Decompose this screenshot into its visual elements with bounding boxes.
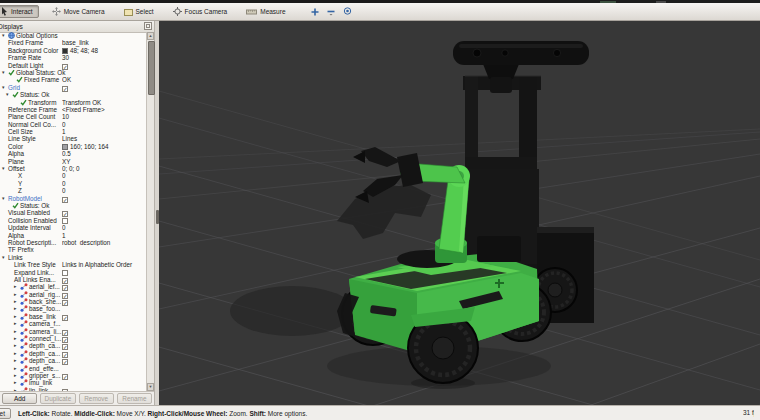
tool-measure[interactable]: Measure	[240, 5, 291, 18]
tree-value[interactable]: 0	[62, 172, 146, 180]
expand-arrow-icon[interactable]: ▾	[2, 69, 5, 77]
tree-row-imu-link[interactable]: ▸imu_link	[0, 379, 146, 386]
tree-row-update-interval[interactable]: Update Interval0	[0, 224, 146, 231]
tree-value[interactable]: 0.5	[62, 150, 146, 158]
tree-value[interactable]: 0	[62, 187, 146, 195]
panel-dock-icon[interactable]	[144, 22, 152, 30]
collapse-arrow-icon[interactable]: ▸	[14, 342, 17, 350]
tool-select[interactable]: Select	[118, 5, 160, 18]
tree-row-depth-ca-[interactable]: ▸depth_ca...✓	[0, 342, 146, 349]
tree-row-background-color[interactable]: Background Color48; 48; 48	[0, 47, 146, 54]
collapse-arrow-icon[interactable]: ▸	[14, 372, 17, 380]
tree-row-back-she-[interactable]: ▸back_she...✓	[0, 298, 146, 305]
tree-row-frame-rate[interactable]: Frame Rate30	[0, 54, 146, 61]
viewport-3d[interactable]	[159, 21, 760, 405]
dot-button[interactable]	[343, 7, 352, 16]
tree-row-fixed-frame[interactable]: Fixed FrameOK	[0, 76, 146, 83]
tree-row-plane[interactable]: PlaneXY	[0, 158, 146, 165]
tree-row-end-effe-[interactable]: ▸end_effe...	[0, 365, 146, 372]
tree-row-gripper-s-[interactable]: ▸gripper_s...✓	[0, 372, 146, 379]
scrollbar-thumb[interactable]	[148, 41, 155, 95]
tree-row-alpha[interactable]: Alpha1	[0, 232, 146, 239]
minus-button[interactable]	[327, 8, 335, 16]
tree-value[interactable]: 160; 160; 164	[62, 143, 146, 151]
tree-row-reference-frame[interactable]: Reference Frame<Fixed Frame>	[0, 106, 146, 113]
tree-row-expand-link-[interactable]: Expand Link...	[0, 269, 146, 276]
tree-value[interactable]: Transform OK	[62, 99, 146, 107]
tree-value[interactable]: 48; 48; 48	[62, 47, 146, 55]
tree-row-color[interactable]: Color160; 160; 164	[0, 143, 146, 150]
tree-row-aerial-rig-[interactable]: ▸aerial_rig...✓	[0, 291, 146, 298]
collapse-arrow-icon[interactable]: ▸	[14, 357, 17, 365]
tree-value[interactable]: 1	[62, 232, 146, 240]
tree-value[interactable]: Links in Alphabetic Order	[62, 261, 146, 269]
tree-row-aerial-lef-[interactable]: ▸aerial_lef...✓	[0, 283, 146, 290]
expand-arrow-icon[interactable]: ▾	[6, 91, 9, 99]
expand-arrow-icon[interactable]: ▾	[2, 84, 5, 92]
tree-row-y[interactable]: Y0	[0, 180, 146, 187]
tree-row-fixed-frame[interactable]: Fixed Framebase_link	[0, 39, 146, 46]
tree-row-line-style[interactable]: Line StyleLines	[0, 135, 146, 142]
tree-value[interactable]: 30	[62, 54, 146, 62]
collapse-arrow-icon[interactable]: ▸	[14, 328, 17, 336]
tree-value[interactable]: Lines	[62, 135, 146, 143]
tree-value[interactable]: robot_description	[62, 239, 146, 247]
tree-row-transform[interactable]: TransformTransform OK	[0, 99, 146, 106]
collapse-arrow-icon[interactable]: ▸	[14, 335, 17, 343]
tree-row-default-light[interactable]: Default Light✓	[0, 62, 146, 69]
tree-value[interactable]: 0; 0; 0	[62, 165, 146, 173]
tree-row-status-ok[interactable]: Status: Ok	[0, 202, 146, 209]
tree-row-camera-li-[interactable]: ▸camera_li...✓	[0, 328, 146, 335]
tree-row-grid[interactable]: ▾Grid✓	[0, 84, 146, 91]
collapse-arrow-icon[interactable]: ▸	[14, 320, 17, 328]
tree-row-normal-cell-co-[interactable]: Normal Cell Co...0	[0, 121, 146, 128]
checkbox-unchecked[interactable]	[62, 218, 68, 224]
tree-scrollbar[interactable]: ▲ ▼	[146, 32, 154, 391]
plus-button[interactable]	[311, 8, 319, 16]
tree-row-depth-ca-[interactable]: ▸depth_ca...✓	[0, 350, 146, 357]
tree-row-camera-f-[interactable]: ▸camera_f...	[0, 320, 146, 327]
tree-row-link-tree-style[interactable]: Link Tree StyleLinks in Alphabetic Order	[0, 261, 146, 268]
tree-row-global-status-ok[interactable]: ▾Global Status: Ok	[0, 69, 146, 76]
collapse-arrow-icon[interactable]: ▸	[14, 283, 17, 291]
collapse-arrow-icon[interactable]: ▸	[14, 365, 17, 373]
tree-value[interactable]: <Fixed Frame>	[62, 106, 146, 114]
tree-value[interactable]: 1	[62, 128, 146, 136]
expand-arrow-icon[interactable]: ▾	[2, 165, 5, 173]
collapse-arrow-icon[interactable]: ▸	[14, 313, 17, 321]
expand-arrow-icon[interactable]: ▾	[2, 32, 5, 40]
tree-row-alpha[interactable]: Alpha0.5	[0, 150, 146, 157]
tree-row-tf-prefix[interactable]: TF Prefix	[0, 246, 146, 253]
collapse-arrow-icon[interactable]: ▸	[14, 298, 17, 306]
expand-arrow-icon[interactable]: ▾	[2, 195, 5, 203]
tree-row-offset[interactable]: ▾Offset0; 0; 0	[0, 165, 146, 172]
tree-row-connect-l-[interactable]: ▸connect_l...✓	[0, 335, 146, 342]
tree-row-links[interactable]: ▾Links	[0, 254, 146, 261]
tree-row-base-foo-[interactable]: ▸base_foo...	[0, 305, 146, 312]
tree-value[interactable]: OK	[62, 76, 146, 84]
tree-row-status-ok[interactable]: ▾Status: Ok	[0, 91, 146, 98]
tool-interact[interactable]: Interact	[0, 5, 39, 18]
tree-row-all-links-ena-[interactable]: All Links Ena...✓	[0, 276, 146, 283]
tool-move-camera[interactable]: Move Camera	[46, 5, 111, 18]
tool-focus-camera[interactable]: Focus Camera	[167, 5, 234, 18]
tree-row-base-link[interactable]: ▸base_link✓	[0, 313, 146, 320]
reset-button[interactable]: Reset	[0, 408, 11, 419]
tree-row-global-options[interactable]: ▾Global Options	[0, 32, 146, 39]
tree-value[interactable]: 0	[62, 224, 146, 232]
expand-arrow-icon[interactable]: ▾	[2, 254, 5, 262]
tree-value[interactable]: 0	[62, 180, 146, 188]
scroll-down-icon[interactable]: ▼	[147, 383, 154, 391]
tree-value[interactable]: 10	[62, 113, 146, 121]
collapse-arrow-icon[interactable]: ▸	[14, 291, 17, 299]
collapse-arrow-icon[interactable]: ▸	[14, 350, 17, 358]
tree-row-depth-ca-[interactable]: ▸depth_ca...✓	[0, 357, 146, 364]
tree-row-robot-descripti-[interactable]: Robot Descripti...robot_description	[0, 239, 146, 246]
tree-row-collision-enabled[interactable]: Collision Enabled	[0, 217, 146, 224]
tree-row-visual-enabled[interactable]: Visual Enabled✓	[0, 209, 146, 216]
tree-row-z[interactable]: Z0	[0, 187, 146, 194]
add-button[interactable]: Add	[2, 393, 37, 404]
tree-row-cell-size[interactable]: Cell Size1	[0, 128, 146, 135]
tree-row-robotmodel[interactable]: ▾RobotModel✓	[0, 195, 146, 202]
tree-row-x[interactable]: X0	[0, 172, 146, 179]
